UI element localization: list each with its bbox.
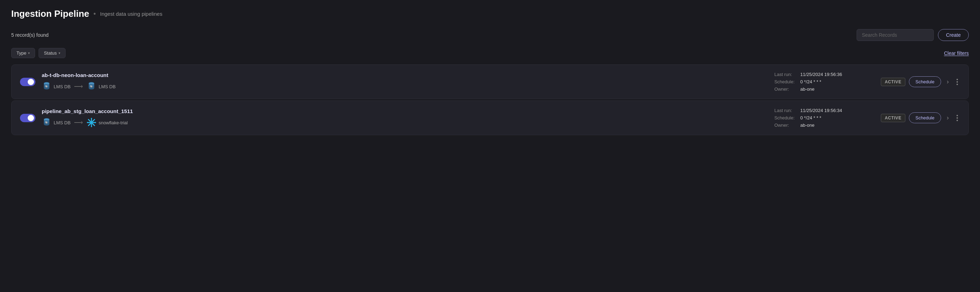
dot-icon <box>956 79 958 80</box>
pipeline-list: ab-t-db-neon-loan-account 🐘 LMS DB ⟶ 🐘 <box>11 64 969 135</box>
more-options-button[interactable] <box>955 78 960 86</box>
pipeline-meta: Last run: 11/25/2024 19:56:34 Schedule: … <box>774 108 872 128</box>
dot-icon <box>956 81 958 83</box>
dest-db: snowflake-trial <box>87 117 127 127</box>
svg-point-7 <box>89 87 95 90</box>
status-badge: ACTIVE <box>881 78 905 86</box>
pipeline-meta: Last run: 11/25/2024 19:56:36 Schedule: … <box>774 72 872 92</box>
more-options-button[interactable] <box>955 113 960 122</box>
pipeline-flow: 🐘 LMS DB ⟶ 🐘 LMS DB <box>42 82 116 91</box>
last-run-value: 11/25/2024 19:56:34 <box>800 108 842 113</box>
schedule-row: Schedule: 0 */24 * * * <box>774 115 872 121</box>
svg-point-13 <box>44 118 49 121</box>
dest-label: snowflake-trial <box>99 120 127 125</box>
owner-row: Owner: ab-one <box>774 86 872 92</box>
postgresql-icon: 🐘 <box>42 117 51 127</box>
owner-label: Owner: <box>774 122 798 128</box>
pipeline-name: ab-t-db-neon-loan-account <box>42 72 116 78</box>
schedule-button[interactable]: Schedule <box>909 76 941 87</box>
filter-chips: Type ▾ Status ▾ <box>11 48 65 58</box>
pipeline-right: Last run: 11/25/2024 19:56:34 Schedule: … <box>774 108 960 128</box>
status-filter-chip[interactable]: Status ▾ <box>38 48 65 58</box>
dot-icon <box>956 115 958 116</box>
dot-icon <box>956 120 958 121</box>
dot-icon <box>956 84 958 85</box>
header-separator: • <box>93 10 96 18</box>
pipeline-actions: ACTIVE Schedule › <box>881 76 960 87</box>
svg-point-23 <box>95 122 96 123</box>
schedule-row: Schedule: 0 */24 * * * <box>774 79 872 84</box>
flow-arrow-icon: ⟶ <box>74 119 83 126</box>
svg-point-3 <box>44 82 49 85</box>
svg-text:🐘: 🐘 <box>90 85 93 88</box>
create-button[interactable]: Create <box>938 29 969 41</box>
svg-text:🐘: 🐘 <box>45 85 48 88</box>
search-input[interactable] <box>857 29 934 41</box>
owner-value: ab-one <box>800 122 814 128</box>
toggle-thumb <box>28 115 34 121</box>
page-header: Ingestion Pipeline • Ingest data using p… <box>11 8 969 19</box>
svg-point-21 <box>91 126 92 127</box>
records-count: 5 record(s) found <box>11 32 49 38</box>
source-db: 🐘 LMS DB <box>42 117 70 127</box>
schedule-label: Schedule: <box>774 79 798 84</box>
dest-db: 🐘 LMS DB <box>87 82 115 91</box>
schedule-label: Schedule: <box>774 115 798 121</box>
type-filter-label: Type <box>16 51 26 56</box>
svg-point-12 <box>44 123 49 126</box>
status-filter-label: Status <box>44 51 57 56</box>
pipeline-actions: ACTIVE Schedule › <box>881 113 960 123</box>
postgresql-icon: 🐘 <box>42 82 51 91</box>
pipeline-info: pipeline_ab_stg_loan_account_1511 🐘 LMS … <box>42 108 133 127</box>
status-badge: ACTIVE <box>881 114 905 122</box>
page-subtitle: Ingest data using pipelines <box>100 11 162 17</box>
last-run-row: Last run: 11/25/2024 19:56:36 <box>774 72 872 77</box>
pipeline-card: pipeline_ab_stg_loan_account_1511 🐘 LMS … <box>11 100 969 135</box>
pipeline-right: Last run: 11/25/2024 19:56:36 Schedule: … <box>774 72 960 92</box>
source-db: 🐘 LMS DB <box>42 82 70 91</box>
expand-button[interactable]: › <box>945 113 951 123</box>
schedule-value: 0 */24 * * * <box>800 79 821 84</box>
page-title: Ingestion Pipeline <box>11 8 89 19</box>
pipeline-info: ab-t-db-neon-loan-account 🐘 LMS DB ⟶ 🐘 <box>42 72 116 91</box>
status-filter-chevron-icon: ▾ <box>59 51 60 55</box>
last-run-label: Last run: <box>774 72 798 77</box>
toolbar-row: 5 record(s) found Create <box>11 29 969 41</box>
owner-label: Owner: <box>774 86 798 92</box>
dot-icon <box>956 117 958 119</box>
toolbar-right: Create <box>857 29 969 41</box>
postgresql-icon: 🐘 <box>87 82 96 91</box>
pipeline-flow: 🐘 LMS DB ⟶ snowflake-trial <box>42 117 133 127</box>
svg-point-22 <box>87 122 88 123</box>
svg-point-20 <box>91 118 92 119</box>
pipeline-toggle[interactable] <box>20 114 35 122</box>
svg-point-19 <box>91 122 92 123</box>
last-run-row: Last run: 11/25/2024 19:56:34 <box>774 108 872 113</box>
last-run-value: 11/25/2024 19:56:36 <box>800 72 842 77</box>
dest-label: LMS DB <box>99 84 115 89</box>
pipeline-left: ab-t-db-neon-loan-account 🐘 LMS DB ⟶ 🐘 <box>20 72 116 91</box>
svg-point-2 <box>44 87 49 90</box>
schedule-button[interactable]: Schedule <box>909 113 941 123</box>
pipeline-left: pipeline_ab_stg_loan_account_1511 🐘 LMS … <box>20 108 133 127</box>
schedule-value: 0 */24 * * * <box>800 115 821 121</box>
source-label: LMS DB <box>54 84 70 89</box>
type-filter-chip[interactable]: Type ▾ <box>11 48 35 58</box>
owner-row: Owner: ab-one <box>774 122 872 128</box>
last-run-label: Last run: <box>774 108 798 113</box>
owner-value: ab-one <box>800 86 814 92</box>
pipeline-name: pipeline_ab_stg_loan_account_1511 <box>42 108 133 114</box>
pipeline-card: ab-t-db-neon-loan-account 🐘 LMS DB ⟶ 🐘 <box>11 64 969 99</box>
clear-filters-button[interactable]: Clear filters <box>944 51 969 56</box>
toggle-thumb <box>28 79 34 85</box>
source-label: LMS DB <box>54 120 70 125</box>
svg-point-8 <box>89 82 95 85</box>
type-filter-chevron-icon: ▾ <box>28 51 30 55</box>
snowflake-icon <box>87 117 96 127</box>
pipeline-toggle[interactable] <box>20 78 35 86</box>
expand-button[interactable]: › <box>945 77 951 87</box>
flow-arrow-icon: ⟶ <box>74 83 83 90</box>
filters-row: Type ▾ Status ▾ Clear filters <box>11 48 969 58</box>
svg-text:🐘: 🐘 <box>45 121 48 124</box>
